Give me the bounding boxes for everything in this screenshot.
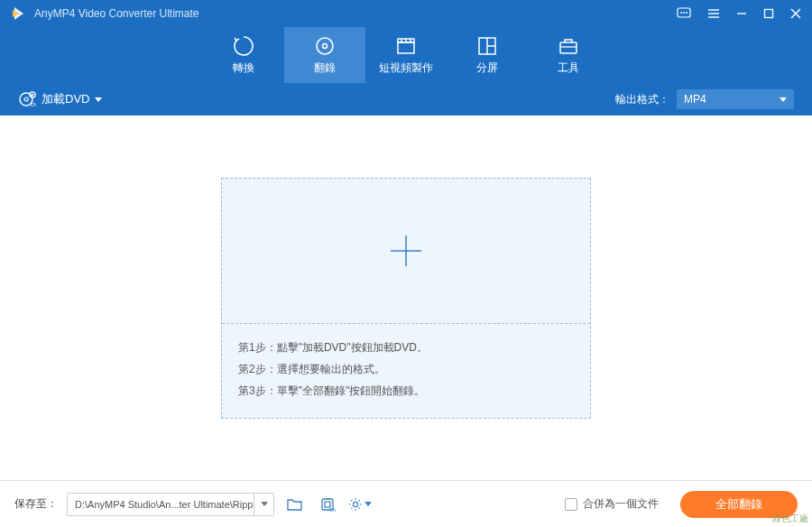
svg-point-12 — [323, 43, 328, 48]
titlebar: AnyMP4 Video Converter Ultimate — [0, 0, 812, 27]
tab-toolbox-label: 工具 — [558, 60, 579, 76]
rip-all-label: 全部翻錄 — [715, 496, 762, 513]
toolbox-icon — [557, 35, 580, 57]
step-3: 第3步：單擊"全部翻錄"按鈕開始翻錄。 — [238, 380, 574, 402]
open-folder-button[interactable] — [283, 493, 307, 516]
watermark: 綠色工廠 — [772, 513, 808, 525]
disc-icon — [314, 35, 336, 57]
step-1: 第1步：點擊"加載DVD"按鈕加載DVD。 — [238, 337, 574, 358]
convert-icon — [232, 35, 255, 57]
save-path-dropdown[interactable] — [254, 494, 273, 515]
chevron-down-icon — [95, 97, 102, 102]
svg-point-30 — [353, 502, 357, 506]
svg-text:DVD: DVD — [31, 102, 36, 107]
footer: 保存至： D:\AnyMP4 Studio\An...ter Ultimate\… — [0, 480, 812, 527]
close-icon[interactable] — [790, 8, 801, 19]
chevron-down-icon — [261, 502, 268, 506]
dropzone-steps: 第1步：點擊"加載DVD"按鈕加載DVD。 第2步：選擇想要輸出的格式。 第3步… — [222, 323, 590, 418]
tab-rip-label: 翻錄 — [314, 60, 336, 76]
tab-collage[interactable]: 分屏 — [447, 27, 528, 83]
main-area: 第1步：點擊"加載DVD"按鈕加載DVD。 第2步：選擇想要輸出的格式。 第3步… — [0, 116, 812, 480]
maximize-icon[interactable] — [763, 8, 774, 19]
tab-rip[interactable]: 翻錄 — [284, 27, 365, 83]
chevron-down-icon — [364, 502, 372, 506]
tab-convert[interactable]: 轉換 — [203, 27, 284, 83]
clapper-icon — [394, 35, 418, 57]
save-to-label: 保存至： — [14, 496, 58, 512]
svg-rect-17 — [560, 42, 577, 53]
svg-point-3 — [686, 12, 687, 14]
app-title: AnyMP4 Video Converter Ultimate — [34, 7, 677, 20]
save-path-box[interactable]: D:\AnyMP4 Studio\An...ter Ultimate\Rippe… — [67, 493, 274, 516]
menu-icon[interactable] — [707, 8, 720, 19]
collage-icon — [476, 35, 498, 57]
window-controls — [677, 7, 801, 20]
settings-button[interactable] — [348, 493, 372, 516]
disc-plus-icon: DVD — [18, 90, 36, 108]
tab-collage-label: 分屏 — [476, 60, 498, 76]
svg-point-11 — [317, 38, 333, 54]
plus-icon — [385, 230, 427, 272]
svg-text:ON: ON — [329, 507, 336, 513]
main-toolbar: 轉換 翻錄 短視頻製作 分屏 工具 — [0, 27, 812, 83]
svg-point-2 — [683, 12, 685, 14]
load-dvd-label: 加載DVD — [42, 91, 89, 107]
app-logo-icon — [11, 5, 27, 22]
svg-rect-13 — [398, 42, 414, 53]
tab-convert-label: 轉換 — [233, 60, 254, 76]
output-format-label: 輸出格式： — [615, 92, 669, 107]
tab-toolbox[interactable]: 工具 — [528, 27, 609, 83]
tab-mv-label: 短視頻製作 — [379, 60, 433, 76]
merge-checkbox[interactable]: 合併為一個文件 — [565, 496, 659, 512]
subbar: DVD 加載DVD 輸出格式： MP4 — [0, 83, 812, 116]
checkbox-icon — [565, 498, 577, 511]
svg-point-1 — [680, 12, 682, 14]
minimize-icon[interactable] — [736, 8, 747, 19]
save-path-text: D:\AnyMP4 Studio\An...ter Ultimate\Rippe… — [68, 499, 254, 510]
output-format-value: MP4 — [684, 93, 706, 106]
load-dvd-button[interactable]: DVD 加載DVD — [18, 90, 102, 108]
dropzone-plus-area[interactable] — [222, 179, 590, 323]
hardware-accel-button[interactable]: ON — [316, 493, 339, 516]
svg-rect-8 — [765, 10, 773, 18]
chevron-down-icon — [780, 97, 787, 102]
merge-label: 合併為一個文件 — [583, 496, 659, 512]
feedback-icon[interactable] — [677, 7, 691, 20]
svg-point-20 — [24, 97, 28, 101]
step-2: 第2步：選擇想要輸出的格式。 — [238, 358, 574, 380]
tab-mv[interactable]: 短視頻製作 — [365, 27, 447, 83]
dropzone: 第1步：點擊"加載DVD"按鈕加載DVD。 第2步：選擇想要輸出的格式。 第3步… — [221, 178, 591, 419]
output-format-select[interactable]: MP4 — [677, 89, 794, 109]
